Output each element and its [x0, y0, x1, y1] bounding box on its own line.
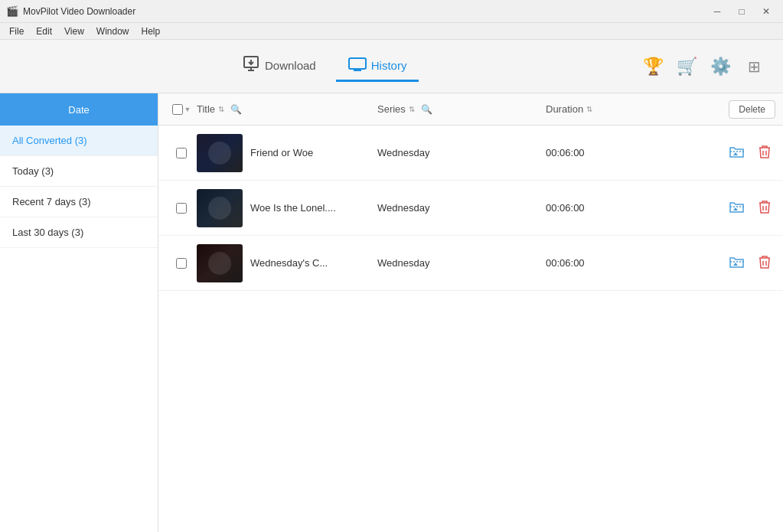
sidebar-item-recent-7[interactable]: Recent 7 days (3): [0, 187, 158, 217]
minimize-button[interactable]: ─: [706, 3, 728, 20]
open-folder-icon: [729, 200, 745, 217]
series-header-label: Series: [377, 103, 406, 115]
row-1-checkbox-cell: [166, 148, 197, 158]
row-2-title: Woe Is the Lonel....: [250, 202, 336, 214]
row-3-thumbnail: [197, 244, 243, 282]
content-area: ▼ Title ⇅ 🔍 Series ⇅ 🔍 Duration ⇅ Delete: [158, 93, 783, 532]
sidebar-item-today[interactable]: Today (3): [0, 156, 158, 187]
download-label: Download: [265, 59, 316, 72]
row-3-title-cell: Wednesday's C...: [197, 244, 377, 282]
row-1-delete-button[interactable]: [754, 142, 775, 164]
table-row: Wednesday's C... Wednesday 00:06:00: [158, 236, 783, 291]
sidebar-item-all-converted[interactable]: All Converted (3): [0, 126, 158, 156]
row-1-title: Friend or Woe: [250, 147, 313, 158]
history-label: History: [371, 59, 407, 72]
download-icon: [242, 54, 260, 77]
row-3-checkbox[interactable]: [176, 258, 187, 269]
app-icon: 🎬: [6, 5, 18, 18]
row-3-checkbox-cell: [166, 258, 197, 269]
gift-button[interactable]: 🏆: [639, 53, 667, 80]
history-icon: [348, 57, 367, 73]
row-1-open-button[interactable]: [726, 142, 748, 164]
row-2-title-cell: Woe Is the Lonel....: [197, 189, 377, 227]
trash-icon: [759, 255, 771, 272]
history-tab[interactable]: History: [336, 51, 419, 82]
duration-sort-icon[interactable]: ⇅: [586, 105, 592, 113]
restore-button[interactable]: □: [731, 3, 752, 20]
row-1-actions: [683, 142, 775, 164]
grid-button[interactable]: ⊞: [740, 53, 768, 80]
sidebar-item-last-30[interactable]: Last 30 days (3): [0, 217, 158, 248]
duration-column-header: Duration ⇅: [546, 103, 683, 115]
table-row: Friend or Woe Wednesday 00:06:00: [158, 126, 783, 181]
row-1-series: Wednesday: [377, 147, 546, 158]
row-2-duration: 00:06:00: [546, 202, 683, 214]
sidebar-last30-label: Last 30 days (3): [12, 227, 83, 238]
row-2-checkbox-cell: [166, 203, 197, 214]
settings-icon: ⚙️: [710, 57, 731, 77]
select-all-checkbox[interactable]: [172, 104, 183, 115]
toolbar-right: 🏆 🛒 ⚙️ ⊞: [639, 53, 768, 80]
row-3-title: Wednesday's C...: [250, 257, 328, 269]
title-sort-icon[interactable]: ⇅: [218, 105, 224, 113]
chevron-down-icon: ▼: [184, 106, 191, 113]
row-1-thumbnail: [197, 134, 243, 172]
cart-icon: 🛒: [677, 57, 697, 77]
duration-header-label: Duration: [546, 103, 583, 115]
title-search-icon[interactable]: 🔍: [230, 104, 242, 115]
grid-icon: ⊞: [748, 57, 761, 76]
menu-bar: FileEditViewWindowHelp: [0, 23, 783, 40]
thumb-3-figure: [197, 244, 243, 282]
row-3-open-button[interactable]: [726, 253, 748, 274]
row-2-checkbox[interactable]: [176, 203, 187, 214]
open-folder-icon: [729, 255, 745, 272]
cart-button[interactable]: 🛒: [673, 53, 700, 80]
svg-rect-1: [349, 58, 366, 69]
thumb-2-figure: [197, 189, 243, 227]
trash-icon: [759, 145, 771, 162]
row-2-thumbnail: [197, 189, 243, 227]
row-2-delete-button[interactable]: [754, 197, 775, 219]
settings-button[interactable]: ⚙️: [706, 53, 734, 80]
open-folder-icon: [729, 145, 745, 162]
thumb-1-figure: [197, 134, 243, 172]
row-2-actions: [683, 197, 775, 219]
delete-button[interactable]: Delete: [729, 100, 775, 119]
header-checkbox-cell: ▼: [166, 104, 197, 115]
row-1-title-cell: Friend or Woe: [197, 134, 377, 172]
sidebar-header: Date: [0, 93, 158, 126]
sidebar-all-converted-label: All Converted (3): [12, 135, 87, 146]
download-tab[interactable]: Download: [230, 48, 328, 85]
main-content: Date All Converted (3) Today (3) Recent …: [0, 93, 783, 532]
toolbar: Download History 🏆 🛒 ⚙️ ⊞: [0, 40, 783, 93]
actions-column-header: Delete: [683, 100, 775, 119]
row-2-series: Wednesday: [377, 202, 546, 214]
row-3-actions: [683, 253, 775, 274]
menu-item-window[interactable]: Window: [90, 24, 135, 38]
series-column-header: Series ⇅ 🔍: [377, 103, 546, 115]
app-title: MovPilot Video Downloader: [23, 6, 706, 17]
toolbar-nav: Download History: [230, 48, 419, 85]
trash-icon: [759, 200, 771, 217]
series-search-icon[interactable]: 🔍: [421, 104, 432, 115]
sidebar: Date All Converted (3) Today (3) Recent …: [0, 93, 158, 532]
menu-item-file[interactable]: File: [3, 24, 30, 38]
window-controls: ─ □ ✕: [706, 3, 777, 20]
sidebar-today-label: Today (3): [12, 165, 54, 177]
sidebar-recent7-label: Recent 7 days (3): [12, 196, 91, 207]
title-column-header: Title ⇅ 🔍: [197, 103, 377, 115]
menu-item-view[interactable]: View: [58, 24, 90, 38]
row-2-open-button[interactable]: [726, 197, 748, 219]
title-bar: 🎬 MovPilot Video Downloader ─ □ ✕: [0, 0, 783, 23]
series-sort-icon[interactable]: ⇅: [409, 105, 415, 113]
menu-item-edit[interactable]: Edit: [30, 24, 58, 38]
row-3-delete-button[interactable]: [754, 253, 775, 274]
menu-item-help[interactable]: Help: [135, 24, 167, 38]
table-row: Woe Is the Lonel.... Wednesday 00:06:00: [158, 181, 783, 236]
row-3-series: Wednesday: [377, 257, 546, 269]
row-1-duration: 00:06:00: [546, 147, 683, 158]
row-3-duration: 00:06:00: [546, 257, 683, 269]
close-button[interactable]: ✕: [755, 3, 777, 20]
row-1-checkbox[interactable]: [176, 148, 187, 158]
title-header-label: Title: [197, 103, 215, 115]
